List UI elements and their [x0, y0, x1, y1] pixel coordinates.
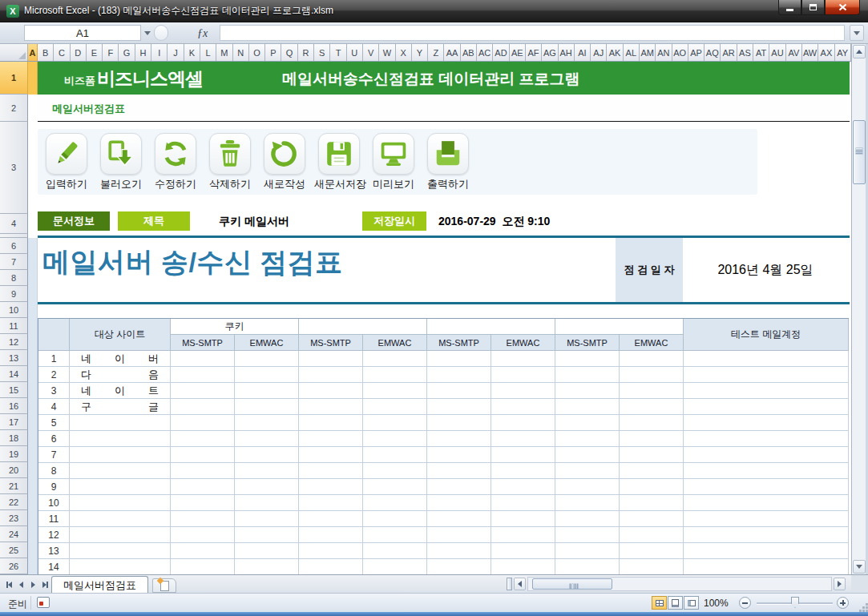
column-header-AJ[interactable]: AJ: [591, 44, 607, 61]
cell-check-value[interactable]: [299, 351, 363, 367]
column-header-Y[interactable]: Y: [412, 44, 428, 61]
header-sub-emwac[interactable]: EMWAC: [620, 335, 684, 351]
column-header-N[interactable]: N: [233, 44, 249, 61]
cell-check-value[interactable]: [299, 367, 363, 383]
cell-check-value[interactable]: [620, 559, 684, 574]
cell-check-value[interactable]: [363, 367, 427, 383]
column-header-AT[interactable]: AT: [753, 44, 769, 61]
cell-row-number[interactable]: 4: [38, 399, 70, 415]
column-header-B[interactable]: B: [38, 44, 54, 61]
row-header-15[interactable]: 15: [0, 382, 28, 398]
row-header-26[interactable]: 26: [0, 558, 28, 574]
cell-check-value[interactable]: [299, 543, 363, 559]
cell-row-number[interactable]: 1: [38, 351, 70, 367]
column-header-AF[interactable]: AF: [526, 44, 542, 61]
cell-check-value[interactable]: [491, 399, 555, 415]
cell-check-value[interactable]: [299, 527, 363, 543]
cell-check-value[interactable]: [235, 351, 299, 367]
cell-row-number[interactable]: 9: [38, 479, 70, 495]
cell-check-value[interactable]: [491, 559, 555, 574]
horizontal-scroll-thumb[interactable]: [532, 578, 612, 590]
cell-check-value[interactable]: [427, 367, 491, 383]
close-button[interactable]: [825, 0, 860, 15]
column-header-AQ[interactable]: AQ: [704, 44, 721, 61]
cell-check-value[interactable]: [620, 495, 684, 511]
cell-check-value[interactable]: [363, 527, 427, 543]
cell-check-value[interactable]: [171, 495, 235, 511]
cell-check-value[interactable]: [171, 431, 235, 447]
header-target-site[interactable]: 대상 사이트: [70, 319, 171, 351]
column-header-AN[interactable]: AN: [656, 44, 672, 61]
column-header-S[interactable]: S: [314, 44, 330, 61]
row-header-22[interactable]: 22: [0, 494, 28, 510]
cell-check-value[interactable]: [555, 399, 620, 415]
cell-check-value[interactable]: [171, 527, 235, 543]
toolbar-button-pencil[interactable]: 입력하기: [42, 133, 91, 191]
page-break-button[interactable]: [684, 596, 699, 610]
cell-test-mail[interactable]: [684, 367, 849, 383]
chevron-down-icon[interactable]: [144, 31, 151, 35]
column-header-Z[interactable]: Z: [428, 44, 444, 61]
cell-test-mail[interactable]: [684, 463, 849, 479]
header-sub-emwac[interactable]: EMWAC: [491, 335, 555, 351]
cell-test-mail[interactable]: [684, 431, 849, 447]
last-sheet-button[interactable]: [39, 578, 51, 590]
cell-check-value[interactable]: [555, 511, 620, 527]
column-header-Q[interactable]: Q: [281, 44, 297, 61]
header-group-empty[interactable]: [427, 319, 555, 335]
cell-check-value[interactable]: [620, 511, 684, 527]
cell-target-site[interactable]: [70, 447, 171, 463]
cell-check-value[interactable]: [235, 399, 299, 415]
cell-check-value[interactable]: [235, 431, 299, 447]
cell-check-value[interactable]: [427, 415, 491, 431]
cell-check-value[interactable]: [491, 383, 555, 399]
cell-check-value[interactable]: [171, 351, 235, 367]
cell-row-number[interactable]: 8: [38, 463, 70, 479]
cell-test-mail[interactable]: [684, 527, 849, 543]
column-header-AC[interactable]: AC: [477, 44, 493, 61]
cell-check-value[interactable]: [491, 447, 555, 463]
cell-check-value[interactable]: [299, 463, 363, 479]
cell-check-value[interactable]: [171, 415, 235, 431]
cell-test-mail[interactable]: [684, 495, 849, 511]
row-header-2[interactable]: 2: [0, 95, 28, 122]
row-header-23[interactable]: 23: [0, 510, 28, 526]
header-sub-ms-smtp[interactable]: MS-SMTP: [427, 335, 491, 351]
column-header-AS[interactable]: AS: [737, 44, 753, 61]
cell-check-value[interactable]: [171, 559, 235, 574]
cell-row-number[interactable]: 11: [38, 511, 70, 527]
cell-target-site[interactable]: [70, 495, 171, 511]
cell-check-value[interactable]: [363, 415, 427, 431]
cell-check-value[interactable]: [491, 479, 555, 495]
cell-row-number[interactable]: 13: [38, 543, 70, 559]
cell-row-number[interactable]: 10: [38, 495, 70, 511]
cell-check-value[interactable]: [171, 463, 235, 479]
cell-check-value[interactable]: [363, 447, 427, 463]
name-box[interactable]: A1: [24, 25, 141, 41]
row-header-9[interactable]: 9: [0, 286, 28, 302]
column-header-L[interactable]: L: [200, 44, 216, 61]
cell-check-value[interactable]: [555, 527, 620, 543]
cell-row-number[interactable]: 2: [38, 367, 70, 383]
cell-test-mail[interactable]: [684, 511, 849, 527]
row-header-24[interactable]: 24: [0, 526, 28, 542]
column-header-AY[interactable]: AY: [835, 44, 851, 61]
cell-row-number[interactable]: 12: [38, 527, 70, 543]
column-header-AV[interactable]: AV: [786, 44, 802, 61]
header-sub-ms-smtp[interactable]: MS-SMTP: [299, 335, 363, 351]
cell-check-value[interactable]: [620, 399, 684, 415]
column-header-AE[interactable]: AE: [510, 44, 526, 61]
row-header-18[interactable]: 18: [0, 430, 28, 446]
column-header-F[interactable]: F: [103, 44, 119, 61]
column-header-U[interactable]: U: [347, 44, 363, 61]
cell-check-value[interactable]: [363, 495, 427, 511]
cell-check-value[interactable]: [555, 431, 620, 447]
zoom-in-button[interactable]: [837, 597, 849, 609]
cell-check-value[interactable]: [555, 463, 620, 479]
column-header-D[interactable]: D: [71, 44, 87, 61]
cell-target-site[interactable]: [70, 479, 171, 495]
row-header-17[interactable]: 17: [0, 414, 28, 430]
column-header-E[interactable]: E: [87, 44, 103, 61]
header-sub-emwac[interactable]: EMWAC: [363, 335, 427, 351]
normal-view-button[interactable]: [652, 596, 667, 610]
